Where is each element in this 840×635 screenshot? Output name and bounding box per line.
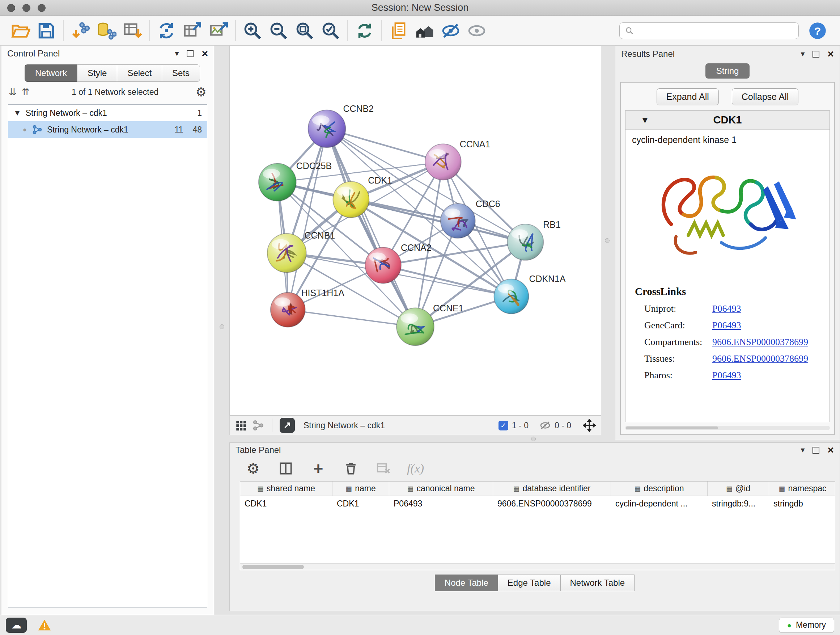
column-header-namespac[interactable]: ▦namespac <box>769 481 835 496</box>
node-HIST1H1A[interactable] <box>271 293 305 327</box>
node-CCNA2[interactable] <box>365 247 401 283</box>
node-CCNE1[interactable] <box>396 308 434 346</box>
network-options-gear-icon[interactable]: ⚙ <box>196 86 207 98</box>
table-horizontal-scrollbar[interactable] <box>240 563 835 570</box>
node-CCNB2[interactable] <box>308 110 346 148</box>
close-panel-icon[interactable]: × <box>827 49 834 59</box>
tab-network-table[interactable]: Network Table <box>561 575 635 591</box>
warnings-button[interactable] <box>36 618 53 633</box>
tab-network[interactable]: Network <box>25 65 77 82</box>
network-graph[interactable]: CCNB2CCNA1CDC25BCDK1CDC6RB1CCNB1CCNA2CDK… <box>230 46 601 415</box>
table-row[interactable]: CDK1CDK1P064939606.ENSP00000378699cyclin… <box>240 496 835 511</box>
column-header-name[interactable]: ▦name <box>332 481 389 496</box>
minimize-window-button[interactable] <box>22 4 30 12</box>
node-CDC25B[interactable] <box>259 163 296 201</box>
table-cell[interactable]: CDK1 <box>240 496 332 511</box>
import-network-from-database-button[interactable] <box>93 18 119 44</box>
search-input[interactable] <box>638 26 793 35</box>
results-scrollbar[interactable] <box>625 426 830 430</box>
close-panel-icon[interactable]: × <box>202 48 208 59</box>
table-cell[interactable]: stringdb:9... <box>707 496 769 511</box>
grid-view-icon[interactable] <box>235 419 247 432</box>
splitter-handle[interactable] <box>531 437 536 441</box>
tree-expanded-icon[interactable]: ▼ <box>13 109 21 117</box>
zoom-in-button[interactable] <box>240 18 265 44</box>
duplicate-network-button[interactable] <box>386 18 412 44</box>
memory-button[interactable]: ● Memory <box>779 618 834 633</box>
node-CDC6[interactable] <box>441 203 475 238</box>
table-cell[interactable]: P06493 <box>389 496 493 511</box>
crosslink-value-link[interactable]: 9606.ENSP00000378699 <box>712 353 808 364</box>
node-CDK1[interactable] <box>333 181 369 218</box>
delete-table-button-disabled[interactable] <box>374 459 393 478</box>
add-column-button[interactable]: + <box>309 459 327 478</box>
column-header-shared-name[interactable]: ▦shared name <box>240 481 332 496</box>
close-window-button[interactable] <box>7 4 15 12</box>
crosslink-value-link[interactable]: 9606.ENSP00000378699 <box>712 337 808 348</box>
table-options-gear-icon[interactable]: ⚙ <box>244 459 262 478</box>
float-panel-icon[interactable] <box>813 51 819 57</box>
pan-crosshair-icon[interactable] <box>583 419 596 432</box>
zoom-out-button[interactable] <box>265 18 292 44</box>
edge-CCNB2-HIST1H1A[interactable] <box>288 129 327 310</box>
import-table-button[interactable] <box>119 18 145 44</box>
help-button[interactable]: ? <box>807 21 828 41</box>
hide-selected-button[interactable] <box>438 18 464 44</box>
export-table-button[interactable] <box>180 18 205 44</box>
save-session-button[interactable] <box>33 18 59 44</box>
edge-HIST1H1A-CCNE1[interactable] <box>288 310 415 327</box>
collapse-all-button[interactable]: Collapse All <box>732 88 799 105</box>
open-session-button[interactable] <box>7 18 33 44</box>
column-header-@id[interactable]: ▦@id <box>707 481 769 496</box>
tab-sets[interactable]: Sets <box>162 65 200 82</box>
node-RB1[interactable] <box>508 224 544 260</box>
panel-menu-icon[interactable]: ▾ <box>801 446 805 454</box>
column-header-description[interactable]: ▦description <box>611 481 707 496</box>
column-header-database-identifier[interactable]: ▦database identifier <box>493 481 611 496</box>
crosslink-value-link[interactable]: P06493 <box>712 320 741 331</box>
expand-all-networks-icon[interactable]: ⇊ <box>9 87 17 98</box>
float-panel-icon[interactable] <box>187 50 194 57</box>
expand-all-button[interactable]: Expand All <box>657 88 719 105</box>
network-collection-row[interactable]: ▼ String Network – cdk1 1 <box>8 105 207 121</box>
network-row-selected[interactable]: ● String Network – cdk1 11 48 <box>8 121 207 138</box>
table-cell[interactable]: stringdb <box>769 496 835 511</box>
tab-node-table[interactable]: Node Table <box>435 575 498 591</box>
column-header-canonical-name[interactable]: ▦canonical name <box>389 481 493 496</box>
open-in-new-window-button[interactable] <box>279 418 295 433</box>
apply-layout-button[interactable] <box>153 18 180 44</box>
hidden-items-eye-slash-icon[interactable] <box>539 420 551 431</box>
table-cell[interactable]: CDK1 <box>332 496 389 511</box>
node-CCNA1[interactable] <box>425 144 461 180</box>
export-image-button[interactable] <box>205 18 232 44</box>
panel-menu-icon[interactable]: ▾ <box>175 50 179 57</box>
tab-style[interactable]: Style <box>77 65 117 82</box>
panel-menu-icon[interactable]: ▾ <box>801 50 805 58</box>
tab-string[interactable]: String <box>706 63 750 79</box>
tab-edge-table[interactable]: Edge Table <box>498 575 561 591</box>
collapse-all-networks-icon[interactable]: ⇈ <box>22 87 30 98</box>
refresh-button[interactable] <box>352 18 378 44</box>
show-all-button[interactable] <box>464 18 490 44</box>
splitter-handle[interactable] <box>605 238 609 243</box>
node-CCNB1[interactable] <box>267 233 306 272</box>
function-builder-button[interactable]: f(x) <box>407 462 424 475</box>
zoom-fit-button[interactable] <box>292 18 317 44</box>
show-columns-button[interactable] <box>277 459 295 478</box>
cloud-button[interactable]: ☁ <box>6 618 27 633</box>
close-panel-icon[interactable]: × <box>827 445 834 455</box>
float-panel-icon[interactable] <box>813 447 819 454</box>
selected-items-checkbox[interactable]: ✓ <box>499 421 508 431</box>
home-button[interactable] <box>412 18 438 44</box>
network-canvas[interactable]: CCNB2CCNA1CDC25BCDK1CDC6RB1CCNB1CCNA2CDK… <box>229 46 601 416</box>
table-cell[interactable]: cyclin-dependent ... <box>611 496 707 511</box>
splitter-handle[interactable] <box>219 325 224 329</box>
node-CDKN1A[interactable] <box>494 279 529 314</box>
zoom-selected-button[interactable] <box>317 18 344 44</box>
share-view-icon[interactable] <box>252 419 264 432</box>
table-cell[interactable]: 9606.ENSP00000378699 <box>493 496 611 511</box>
crosslink-value-link[interactable]: P06493 <box>712 370 741 381</box>
delete-column-button[interactable] <box>342 459 360 478</box>
maximize-window-button[interactable] <box>38 4 46 12</box>
tab-select[interactable]: Select <box>117 65 162 82</box>
